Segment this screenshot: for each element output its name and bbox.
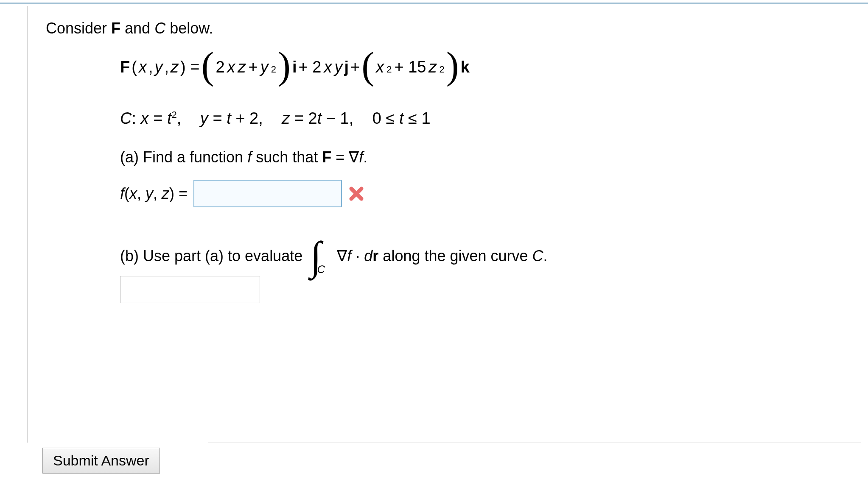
pb-dot: · [351, 247, 364, 265]
vector-field-equation: F(x, y, z) = ( 2xz + y2 ) i + 2xy j + ( … [120, 55, 835, 79]
lparen-1: ( [201, 56, 214, 75]
eqF-z: z [171, 55, 179, 79]
cexp1: 2 [171, 109, 176, 120]
plus4: + 15 [394, 55, 426, 79]
eqF-close: ) = [180, 55, 199, 79]
al-c1: , [137, 185, 146, 202]
prompt-text: Consider F and C below. [46, 17, 835, 40]
ctr: t [399, 109, 404, 127]
part-a-answer-row: f(x, y, z) = [120, 180, 835, 207]
pb-r: r [372, 247, 378, 265]
t1z: z [238, 55, 246, 79]
top-border [0, 0, 868, 4]
t3e2: 2 [439, 62, 444, 76]
t1x: x [227, 55, 235, 79]
csep1: , [177, 109, 182, 127]
plus3: + [350, 55, 360, 79]
plus2: + 2 [299, 55, 322, 79]
ct1: t [167, 109, 172, 127]
cz: z [282, 109, 290, 127]
ccolon: : [132, 109, 140, 127]
bottom-border [208, 443, 861, 443]
t2x: x [324, 55, 332, 79]
ceq3: = 2 [290, 109, 317, 127]
pa-f: f [247, 148, 252, 166]
al-c2: , [153, 185, 162, 202]
integral-symbol: ∫ C [310, 244, 329, 268]
pa-mid: such that [252, 148, 322, 166]
t1exp: 2 [271, 62, 276, 76]
t1y: y [260, 55, 269, 79]
al-f: f [120, 185, 124, 202]
unit-i: i [292, 55, 297, 79]
lparen-2: ( [361, 56, 374, 75]
part-b-question: (b) Use part (a) to evaluate ∫ C ∇f · dr… [120, 244, 835, 268]
prompt-prefix: Consider [46, 20, 111, 37]
eqF-open: ( [132, 55, 137, 79]
pa-f2: f [359, 148, 363, 166]
part-b-input[interactable] [120, 276, 260, 303]
eqF-c2: , [164, 55, 169, 79]
t3x: x [376, 55, 384, 79]
rparen-2: ) [446, 56, 459, 75]
eqF-F: F [120, 55, 130, 79]
al-z: z [162, 185, 169, 202]
pb-period: . [543, 247, 548, 265]
pb-f: f [347, 247, 351, 265]
eqF-y: y [154, 55, 162, 79]
cp2: + 2, [231, 109, 263, 127]
ct2: t [227, 109, 231, 127]
question-content: Consider F and C below. F(x, y, z) = ( 2… [46, 17, 835, 320]
pa-dot: . [363, 148, 367, 166]
part-a-input[interactable] [193, 180, 342, 207]
pb-grad: ∇ [337, 247, 347, 265]
unit-k: k [461, 55, 470, 79]
cx: x [141, 109, 149, 127]
prompt-C: C [154, 20, 165, 37]
rparen-1: ) [278, 56, 291, 75]
pb-tail: along the given curve [378, 247, 532, 265]
t2y: y [334, 55, 342, 79]
prompt-suffix: below. [165, 20, 213, 37]
t3e1: 2 [386, 62, 392, 76]
equation-block: F(x, y, z) = ( 2xz + y2 ) i + 2xy j + ( … [120, 55, 835, 303]
submit-answer-button[interactable]: Submit Answer [42, 448, 160, 474]
eqF-x: x [139, 55, 147, 79]
prompt-mid: and [120, 20, 154, 37]
pa-label: (a) Find a function [120, 148, 247, 166]
al-close: ) = [169, 185, 188, 202]
part-a-answer-label: f(x, y, z) = [120, 182, 188, 205]
pa-eq: = ∇ [331, 148, 359, 166]
t1a: 2 [216, 55, 224, 79]
plus1: + [249, 55, 258, 79]
al-y: y [146, 185, 153, 202]
integral-sub: C [317, 261, 325, 278]
pb-C2: C [532, 247, 543, 265]
pa-F: F [322, 148, 331, 166]
curve-equation: C: x = t2, y = t + 2, z = 2t − 1, 0 ≤ t … [120, 106, 835, 131]
prompt-F: F [111, 20, 120, 37]
al-open: ( [124, 185, 129, 202]
t3z: z [428, 55, 437, 79]
incorrect-icon [348, 185, 365, 202]
pb-d: d [364, 247, 372, 265]
ceq1: = [149, 109, 167, 127]
crp: 0 ≤ [372, 109, 399, 127]
left-border [27, 6, 28, 443]
crpost: ≤ 1 [404, 109, 431, 127]
unit-j: j [344, 55, 349, 79]
cy: y [200, 109, 208, 127]
al-x: x [129, 185, 137, 202]
ceq2: = [208, 109, 227, 127]
part-a-question: (a) Find a function f such that F = ∇f. [120, 146, 835, 169]
cm1: − 1, [322, 109, 353, 127]
ct3: t [317, 109, 322, 127]
eqF-c1: , [148, 55, 153, 79]
cC: C [120, 109, 132, 127]
pb-label: (b) Use part (a) to evaluate [120, 245, 302, 268]
